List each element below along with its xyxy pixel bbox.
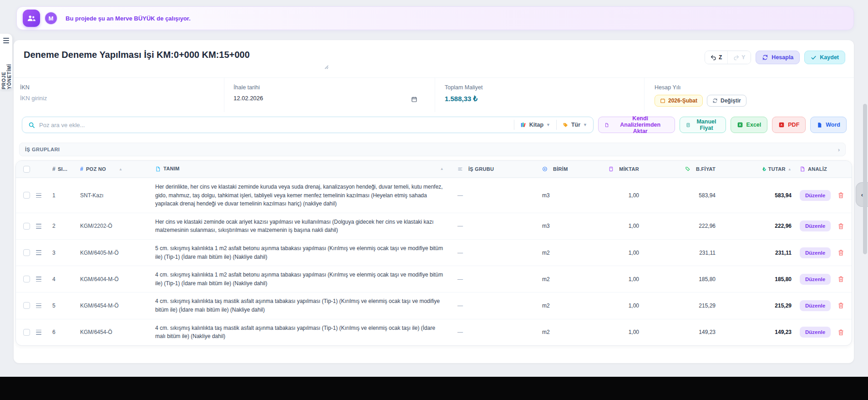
col-header-analiz[interactable]: ANALİZ bbox=[792, 166, 852, 172]
delete-icon[interactable] bbox=[838, 223, 844, 230]
resize-handle-icon[interactable] bbox=[324, 65, 329, 69]
word-export-button[interactable]: Word bbox=[810, 117, 847, 133]
sort-asc-icon[interactable]: ▲ bbox=[788, 167, 792, 171]
book-filter-label: Kitap bbox=[529, 122, 543, 128]
tag-icon bbox=[563, 122, 569, 128]
row-checkbox[interactable] bbox=[23, 223, 30, 230]
toolbar: Kitap ▼ Tür ▼ Kendi Analizlerimden Aktar… bbox=[22, 117, 847, 133]
work-groups-bar[interactable]: İŞ GRUPLARI › bbox=[19, 143, 846, 156]
undo-button[interactable]: Z bbox=[705, 51, 728, 64]
import-own-analyses-button[interactable]: Kendi Analizlerimden Aktar bbox=[598, 117, 675, 133]
row-quantity[interactable]: 1,00 bbox=[597, 276, 639, 282]
scrollbar[interactable] bbox=[863, 104, 867, 254]
sidebar-tab-project-management[interactable]: PROJE YÖNETİMİ bbox=[0, 34, 12, 89]
delete-icon[interactable] bbox=[838, 192, 844, 199]
col-header-bfiyat[interactable]: B.FİYAT bbox=[639, 166, 716, 172]
account-year-badge[interactable]: 2026-Şubat bbox=[655, 95, 703, 107]
drag-handle-icon[interactable] bbox=[36, 303, 41, 308]
row-poz-no: KGM/6405-M-Ö bbox=[80, 250, 155, 256]
menu-icon[interactable] bbox=[3, 38, 9, 43]
row-unit-price: 215,29 bbox=[639, 303, 716, 309]
col-header-miktar[interactable]: MİKTAR bbox=[597, 166, 639, 172]
pdf-export-button[interactable]: A PDF bbox=[772, 117, 806, 133]
row-description: 4 cm. sıkışmış kalınlıkta taş mastik asf… bbox=[155, 297, 446, 314]
delete-icon[interactable] bbox=[838, 249, 844, 256]
redo-button[interactable]: Y bbox=[728, 51, 751, 64]
row-checkbox[interactable] bbox=[23, 276, 30, 282]
row-checkbox[interactable] bbox=[23, 192, 30, 199]
excel-icon bbox=[737, 122, 743, 128]
calculate-button[interactable]: Hesapla bbox=[756, 51, 800, 64]
banner-message: Bu projede şu an Merve BÜYÜK de çalışıyo… bbox=[66, 15, 191, 22]
row-unit-price: 231,11 bbox=[639, 250, 716, 256]
calendar-icon[interactable] bbox=[411, 96, 417, 103]
delete-icon[interactable] bbox=[838, 302, 844, 309]
edit-button[interactable]: Düzenle bbox=[800, 327, 831, 338]
sort-asc-icon[interactable]: ▲ bbox=[440, 166, 444, 172]
row-total: 222,96 bbox=[716, 223, 792, 229]
row-quantity[interactable]: 1,00 bbox=[597, 223, 639, 229]
row-quantity[interactable]: 1,00 bbox=[597, 192, 639, 199]
drag-handle-icon[interactable] bbox=[36, 224, 41, 229]
delete-icon[interactable] bbox=[838, 276, 844, 282]
main-card: Deneme Deneme Yapılması İşi KM:0+000 KM:… bbox=[14, 40, 854, 363]
calculator-icon bbox=[609, 166, 614, 172]
tender-date-field: İhale tarihi 12.02.2026 bbox=[224, 78, 435, 112]
row-unit-price: 222,96 bbox=[639, 223, 716, 229]
work-groups-label: İŞ GRUPLARI bbox=[25, 147, 60, 152]
sort-asc-icon[interactable]: ▲ bbox=[119, 167, 122, 171]
row-checkbox[interactable] bbox=[23, 329, 30, 336]
search-input[interactable] bbox=[39, 122, 514, 128]
footer bbox=[0, 377, 868, 400]
row-unit: m2 bbox=[542, 329, 597, 335]
row-description: Her cins ve klastaki zeminde ocak ariyet… bbox=[155, 218, 446, 235]
chevron-right-icon[interactable]: › bbox=[838, 146, 840, 153]
row-poz-no: KGM/2202-Ö bbox=[80, 223, 155, 229]
title-row: Deneme Deneme Yapılması İşi KM:0+000 KM:… bbox=[14, 40, 854, 77]
drag-handle-icon[interactable] bbox=[36, 250, 41, 255]
total-cost-value: 1.588,33 ₺ bbox=[445, 95, 644, 103]
manual-price-label: Manuel Fiyat bbox=[693, 118, 719, 131]
save-button[interactable]: Kaydet bbox=[804, 51, 845, 64]
delete-icon[interactable] bbox=[838, 329, 844, 336]
avatar[interactable]: M bbox=[44, 11, 58, 25]
drag-handle-icon[interactable] bbox=[36, 330, 41, 335]
select-all-checkbox[interactable] bbox=[23, 166, 30, 173]
search-icon bbox=[28, 122, 35, 128]
edit-button[interactable]: Düzenle bbox=[800, 300, 831, 311]
row-checkbox[interactable] bbox=[23, 249, 30, 256]
ikn-input[interactable]: İKN giriniz bbox=[20, 95, 224, 102]
edit-button[interactable]: Düzenle bbox=[800, 274, 831, 285]
row-quantity[interactable]: 1,00 bbox=[597, 250, 639, 256]
book-filter-button[interactable]: Kitap ▼ bbox=[514, 117, 556, 133]
type-filter-button[interactable]: Tür ▼ bbox=[557, 117, 593, 133]
search-group: Kitap ▼ Tür ▼ bbox=[22, 117, 594, 133]
total-cost-field: Toplam Maliyet 1.588,33 ₺ bbox=[435, 78, 644, 112]
drag-handle-icon[interactable] bbox=[36, 277, 41, 282]
tender-date-input[interactable]: 12.02.2026 bbox=[233, 95, 435, 102]
excel-export-button[interactable]: Excel bbox=[731, 117, 768, 133]
row-quantity[interactable]: 1,00 bbox=[597, 303, 639, 309]
edit-button[interactable]: Düzenle bbox=[800, 190, 831, 201]
type-filter-label: Tür bbox=[571, 122, 580, 128]
row-unit-price: 583,94 bbox=[639, 192, 716, 199]
change-year-button[interactable]: Değiştir bbox=[707, 95, 746, 107]
drag-handle-icon[interactable] bbox=[36, 193, 41, 198]
col-header-pozno[interactable]: #POZ NO▲ bbox=[80, 166, 155, 172]
row-checkbox[interactable] bbox=[23, 302, 30, 309]
avatar-initial: M bbox=[49, 15, 54, 22]
col-header-tanim[interactable]: TANIM▲ bbox=[155, 165, 457, 173]
project-title-input[interactable]: Deneme Deneme Yapılması İşi KM:0+000 KM:… bbox=[24, 50, 250, 60]
document-icon bbox=[604, 122, 609, 128]
col-header-sira[interactable]: #SI... bbox=[52, 166, 80, 172]
col-header-birim[interactable]: BİRİM bbox=[542, 166, 597, 172]
row-quantity[interactable]: 1,00 bbox=[597, 329, 639, 335]
svg-text:A: A bbox=[781, 123, 782, 126]
col-header-isgrubu[interactable]: İŞ GRUBU bbox=[457, 166, 542, 172]
table-row: 6 KGM/6454-Ö 4 cm. sıkışmış kalınlıkta t… bbox=[16, 319, 852, 345]
edit-button[interactable]: Düzenle bbox=[800, 221, 831, 231]
hash-icon: # bbox=[52, 166, 56, 172]
manual-price-button[interactable]: Manuel Fiyat bbox=[680, 117, 726, 133]
edit-button[interactable]: Düzenle bbox=[800, 247, 831, 258]
col-header-tutar[interactable]: ₺ TUTAR▲ bbox=[716, 166, 792, 172]
